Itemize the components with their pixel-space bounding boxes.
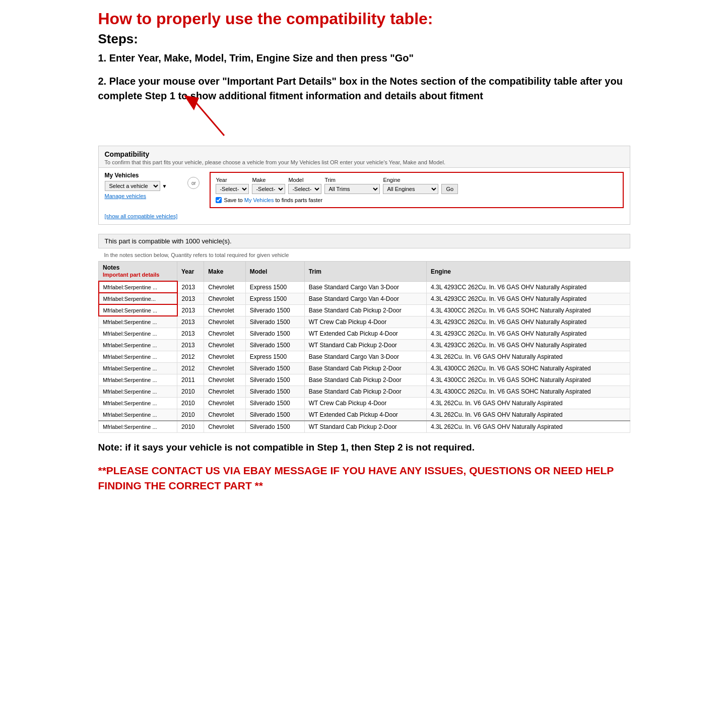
model-cell: Silverado 1500 bbox=[245, 328, 304, 339]
model-col: Model -Select- bbox=[288, 177, 321, 194]
model-cell: Silverado 1500 bbox=[245, 374, 304, 386]
notes-cell[interactable]: Mfrlabel:Serpentine ... bbox=[99, 304, 177, 316]
important-part-details-label: Important part details bbox=[103, 272, 159, 278]
notes-cell: Mfrlabel:Serpentine ... bbox=[99, 362, 177, 374]
compat-header: Compatibility To confirm that this part … bbox=[99, 146, 630, 168]
trim-cell: WT Crew Cab Pickup 4-Door bbox=[304, 316, 426, 328]
model-cell: Silverado 1500 bbox=[245, 397, 304, 409]
trim-cell: Base Standard Cab Pickup 2-Door bbox=[304, 304, 426, 316]
notes-cell: Mfrlabel:Serpentine ... bbox=[99, 351, 177, 362]
compat-title: Compatibility bbox=[105, 150, 624, 158]
show-all-compatible-link[interactable]: [show all compatible vehicles] bbox=[105, 213, 178, 219]
my-vehicles-section: My Vehicles Select a vehicle ▼ Manage ve… bbox=[105, 172, 178, 220]
engine-cell: 4.3L 4293CC 262Cu. In. V6 GAS OHV Natura… bbox=[427, 281, 630, 293]
vehicle-select-row: Select a vehicle ▼ bbox=[105, 181, 178, 191]
table-row: Mfrlabel:Serpentine ...2013ChevroletExpr… bbox=[99, 281, 630, 293]
make-cell: Chevrolet bbox=[204, 362, 245, 374]
model-label: Model bbox=[288, 177, 321, 183]
year-cell: 2010 bbox=[177, 397, 204, 409]
make-cell: Chevrolet bbox=[204, 328, 245, 339]
trim-cell: Base Standard Cargo Van 4-Door bbox=[304, 293, 426, 304]
model-cell: Express 1500 bbox=[245, 281, 304, 293]
trim-cell: Base Standard Cab Pickup 2-Door bbox=[304, 386, 426, 397]
trim-label: Trim bbox=[324, 177, 380, 183]
my-vehicles-link[interactable]: My Vehicles bbox=[244, 197, 274, 203]
compat-count-bar: This part is compatible with 1000 vehicl… bbox=[98, 234, 630, 248]
notes-cell[interactable]: Mfrlabel:Serpentine... bbox=[99, 293, 177, 304]
save-row: Save to My Vehicles to finds parts faste… bbox=[216, 197, 617, 203]
trim-cell: Base Standard Cab Pickup 2-Door bbox=[304, 374, 426, 386]
year-cell: 2010 bbox=[177, 386, 204, 397]
compatibility-container: Compatibility To confirm that this part … bbox=[98, 146, 630, 225]
make-cell: Chevrolet bbox=[204, 386, 245, 397]
engine-cell: 4.3L 4293CC 262Cu. In. V6 GAS OHV Natura… bbox=[427, 339, 630, 351]
save-checkbox[interactable] bbox=[216, 197, 222, 203]
engine-cell: 4.3L 4293CC 262Cu. In. V6 GAS OHV Natura… bbox=[427, 293, 630, 304]
model-cell: Silverado 1500 bbox=[245, 386, 304, 397]
or-circle: or bbox=[187, 177, 200, 189]
year-cell: 2012 bbox=[177, 362, 204, 374]
notes-cell: Mfrlabel:Serpentine ... bbox=[99, 386, 177, 397]
make-cell: Chevrolet bbox=[204, 351, 245, 362]
compat-subtitle: To confirm that this part fits your vehi… bbox=[105, 159, 624, 165]
notes-cell[interactable]: Mfrlabel:Serpentine ... bbox=[99, 281, 177, 293]
table-body: Mfrlabel:Serpentine ...2013ChevroletExpr… bbox=[99, 281, 630, 432]
make-cell: Chevrolet bbox=[204, 293, 245, 304]
notes-label: Notes bbox=[103, 264, 119, 271]
table-row: Mfrlabel:Serpentine ...2012ChevroletExpr… bbox=[99, 351, 630, 362]
engine-label: Engine bbox=[383, 177, 438, 183]
year-col: Year -Select- bbox=[216, 177, 249, 194]
year-cell: 2013 bbox=[177, 316, 204, 328]
trim-cell: WT Extended Cab Pickup 4-Door bbox=[304, 409, 426, 421]
table-row: Mfrlabel:Serpentine ...2010ChevroletSilv… bbox=[99, 409, 630, 421]
trim-col: Trim All Trims bbox=[324, 177, 380, 194]
table-row: Mfrlabel:Serpentine ...2013ChevroletSilv… bbox=[99, 328, 630, 339]
model-cell: Silverado 1500 bbox=[245, 362, 304, 374]
manage-vehicles-link[interactable]: Manage vehicles bbox=[105, 193, 178, 199]
notes-cell: Mfrlabel:Serpentine ... bbox=[99, 316, 177, 328]
make-cell: Chevrolet bbox=[204, 281, 245, 293]
make-cell: Chevrolet bbox=[204, 421, 245, 433]
make-col: Make -Select- bbox=[252, 177, 285, 194]
model-cell: Silverado 1500 bbox=[245, 339, 304, 351]
table-row: Mfrlabel:Serpentine ...2013ChevroletSilv… bbox=[99, 304, 630, 316]
note-text: Note: if it says your vehicle is not com… bbox=[98, 441, 630, 455]
engine-cell: 4.3L 4300CC 262Cu. In. V6 GAS SOHC Natur… bbox=[427, 374, 630, 386]
year-cell: 2012 bbox=[177, 351, 204, 362]
notes-column-header: Notes Important part details bbox=[99, 262, 177, 282]
engine-col: Engine All Engines bbox=[383, 177, 438, 194]
engine-cell: 4.3L 4300CC 262Cu. In. V6 GAS SOHC Natur… bbox=[427, 386, 630, 397]
year-cell: 2013 bbox=[177, 281, 204, 293]
model-select[interactable]: -Select- bbox=[288, 184, 321, 194]
year-cell: 2013 bbox=[177, 328, 204, 339]
table-row: Mfrlabel:Serpentine ...2010ChevroletSilv… bbox=[99, 386, 630, 397]
year-make-section: Year -Select- Make -Select- Model -Selec… bbox=[210, 172, 623, 208]
notes-cell: Mfrlabel:Serpentine ... bbox=[99, 421, 177, 433]
steps-heading: Steps: bbox=[98, 31, 630, 47]
table-row: Mfrlabel:Serpentine ...2012ChevroletSilv… bbox=[99, 362, 630, 374]
year-cell: 2010 bbox=[177, 421, 204, 433]
notes-cell: Mfrlabel:Serpentine ... bbox=[99, 328, 177, 339]
trim-select[interactable]: All Trims bbox=[324, 184, 380, 194]
model-cell: Silverado 1500 bbox=[245, 421, 304, 433]
make-cell: Chevrolet bbox=[204, 397, 245, 409]
year-cell: 2013 bbox=[177, 339, 204, 351]
vehicle-select[interactable]: Select a vehicle bbox=[105, 181, 160, 191]
table-row: Mfrlabel:Serpentine ...2011ChevroletSilv… bbox=[99, 374, 630, 386]
model-cell: Silverado 1500 bbox=[245, 316, 304, 328]
year-cell: 2013 bbox=[177, 304, 204, 316]
model-cell: Silverado 1500 bbox=[245, 409, 304, 421]
arrow-area bbox=[98, 110, 630, 151]
ymm-row: Year -Select- Make -Select- Model -Selec… bbox=[216, 177, 617, 194]
make-cell: Chevrolet bbox=[204, 339, 245, 351]
trim-cell: WT Crew Cab Pickup 4-Door bbox=[304, 397, 426, 409]
engine-select[interactable]: All Engines bbox=[383, 184, 438, 194]
dropdown-arrow-icon: ▼ bbox=[162, 183, 167, 189]
make-select[interactable]: -Select- bbox=[252, 184, 285, 194]
go-button[interactable]: Go bbox=[441, 184, 458, 194]
make-cell: Chevrolet bbox=[204, 304, 245, 316]
engine-cell: 4.3L 4293CC 262Cu. In. V6 GAS OHV Natura… bbox=[427, 328, 630, 339]
year-select[interactable]: -Select- bbox=[216, 184, 249, 194]
notes-cell: Mfrlabel:Serpentine ... bbox=[99, 409, 177, 421]
year-cell: 2010 bbox=[177, 409, 204, 421]
